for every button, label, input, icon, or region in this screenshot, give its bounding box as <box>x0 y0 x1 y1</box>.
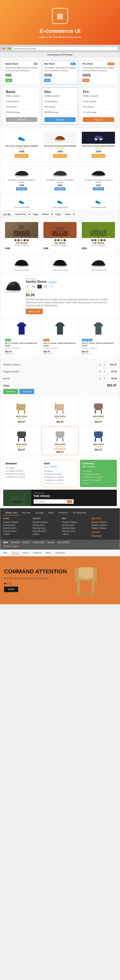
mega-men-link-2[interactable]: Driving shoes <box>62 523 87 527</box>
cta-dot-1[interactable] <box>4 583 6 584</box>
cart-item-2-increase-button[interactable]: + <box>102 369 107 374</box>
swatch-gold[interactable] <box>21 239 23 241</box>
sort-select[interactable]: Lowest Price Highest Price Newest <box>13 212 31 216</box>
featured-product-1-buy-button[interactable]: BUY NOW <box>15 154 29 158</box>
swatch-brown-3[interactable] <box>91 239 94 241</box>
browser-url-bar[interactable]: ecommerce-ui-preview <box>12 46 117 51</box>
product-detail-info: THE CROSS Samba Shoes Compare 5 5.5 6 6.… <box>26 278 117 314</box>
dark-banner-search-input[interactable] <box>39 501 67 503</box>
cart-item-1-increase-button[interactable]: + <box>102 362 107 367</box>
swatch-red-3[interactable] <box>103 239 106 241</box>
bottom-nav-features[interactable]: FEATURES <box>33 541 45 544</box>
hero-title: E-commerce UI <box>4 28 116 34</box>
apparel-2: SALE Born in Clouds, Ontario attended an… <box>42 319 78 356</box>
mega-home-link-2[interactable]: Driving shoes <box>3 523 29 527</box>
plan-pro-signup-button[interactable]: Sign Up <box>83 117 114 122</box>
mega-related-link-1[interactable]: Pampers Diapers <box>91 521 117 523</box>
mega-women-link-2[interactable]: Driving shoes <box>33 523 58 527</box>
mega-men-link-3[interactable]: Dancing shoes <box>62 527 87 530</box>
mega-tab-whats-new[interactable]: What's new <box>3 510 19 515</box>
swatch-dark[interactable] <box>23 239 26 241</box>
cart-item-3-decrease-button[interactable]: − <box>93 376 97 381</box>
cta-dot-2[interactable] <box>6 583 8 584</box>
plan-basic-signup-button[interactable]: Sign Up <box>6 117 37 122</box>
size-6-5-button[interactable]: 6.5 <box>43 285 49 288</box>
gender-nav-music[interactable]: Music <box>23 552 29 554</box>
size-6-button[interactable]: 6 <box>37 285 42 288</box>
mega-home-link-5[interactable]: Loafers <box>3 533 29 536</box>
color-select[interactable]: Brown Black White <box>63 212 75 216</box>
swatch-dark-3[interactable] <box>100 239 102 241</box>
pack-pro-add-button[interactable]: Add <box>82 79 89 82</box>
cta-shop-button[interactable]: SHOP <box>4 587 18 592</box>
mega-tab-all-categories[interactable]: All Categories <box>70 510 89 515</box>
swatch-gold-2[interactable] <box>61 239 63 241</box>
checkout-alt-button[interactable]: Checkout <box>19 389 34 394</box>
shoe-3-button[interactable]: Add More <box>93 187 104 191</box>
featured-product-1-price: 230$ <box>5 150 38 153</box>
mega-related-link-2[interactable]: Pampers Diapers <box>91 523 117 527</box>
size-5-button[interactable]: 5 <box>26 285 30 288</box>
mega-men-link-1[interactable]: Pampers Diapers <box>62 521 87 523</box>
bottom-nav-men[interactable]: MEN <box>3 541 8 544</box>
gender-nav-features[interactable]: Features <box>33 552 42 554</box>
total-select[interactable]: Medium Small Large <box>40 212 54 216</box>
mega-tab-blogs[interactable]: Blogs <box>46 510 56 515</box>
bottom-nav-music[interactable]: MUSIC <box>23 541 30 544</box>
mega-col-women: WOMEN Pampers Diapers Driving shoes Danc… <box>33 517 58 538</box>
shoe-1-button[interactable]: Add More <box>16 187 27 191</box>
checkout-button[interactable]: Checkout <box>3 389 18 394</box>
plan-dev-signup-button[interactable]: Sign Up <box>45 117 76 122</box>
mega-related-link-3[interactable]: Pampers Diapers <box>91 527 117 530</box>
dark-banner-search-button[interactable]: → <box>67 500 72 503</box>
mega-home-link-4[interactable]: Dancing shoes <box>3 530 29 533</box>
bottom-nav-news[interactable]: NEWS <box>47 541 54 544</box>
product-compare-link[interactable]: Compare <box>49 281 57 283</box>
bottom-nav-women[interactable]: WOMEN <box>11 541 19 544</box>
mega-women-link-1[interactable]: Pampers Diapers <box>33 521 58 523</box>
plan-basic-feature-3: 250 MB storage <box>6 110 37 115</box>
size-5-5-button[interactable]: 5.5 <box>31 285 37 288</box>
mega-women-link-5[interactable]: Loafers <box>33 533 58 536</box>
mega-men-link-5[interactable]: Loafers <box>62 533 87 536</box>
cart-item-2-decrease-button[interactable]: − <box>93 369 97 374</box>
mega-tab-browsers[interactable]: Browsers <box>56 510 70 515</box>
bottom-nav-sub-link[interactable]: Pampers Diapers <box>3 545 117 548</box>
swatch-gold-3[interactable] <box>97 239 99 241</box>
apparel-3-image <box>82 321 115 337</box>
cart-item-3-increase-button[interactable]: + <box>102 376 107 381</box>
add-to-cart-button[interactable]: Add to Cart <box>26 309 43 314</box>
gender-nav-usa-store[interactable]: USA Store <box>55 552 65 554</box>
swatch-brown-2[interactable] <box>54 239 57 241</box>
mega-women-link-3[interactable]: Dancing shoes <box>33 527 58 530</box>
shoe-2-button[interactable]: Add More <box>54 187 66 191</box>
mega-women-link-4[interactable]: Dancing shoes <box>33 530 58 533</box>
featured-product-2-buy-button[interactable]: BUY NOW <box>53 154 67 158</box>
swatch-teal-3[interactable] <box>94 239 97 241</box>
close-dot[interactable] <box>3 48 5 49</box>
mega-orange-link-1[interactable]: Exportation <box>91 535 117 538</box>
swatch-red[interactable] <box>26 239 29 241</box>
featured-product-3-buy-button[interactable]: BUY NOW <box>91 154 105 158</box>
cta-dot-3[interactable] <box>9 583 11 584</box>
gender-nav-women[interactable]: Women <box>11 551 19 554</box>
gender-nav-men[interactable]: Men <box>3 552 7 554</box>
swatch-teal[interactable] <box>18 239 20 241</box>
mega-tab-earrings[interactable]: Earrings <box>33 510 46 515</box>
cart-item-1-decrease-button[interactable]: − <box>93 362 97 367</box>
size-7-button[interactable]: 7 <box>50 285 54 288</box>
pack-basic-add-button[interactable]: Add <box>5 79 12 82</box>
mega-men-link-4[interactable]: Dancing shoes <box>62 530 87 533</box>
bottom-nav-usa-store[interactable]: USA STORE <box>57 541 70 544</box>
mega-home-link-1[interactable]: Pampers Diapers <box>3 521 29 523</box>
maximize-dot[interactable] <box>9 48 11 49</box>
svg-rect-47 <box>77 592 94 594</box>
swatch-dark-2[interactable] <box>63 239 66 241</box>
pack-dev-add-button[interactable]: Add <box>44 79 51 82</box>
swatch-teal-2[interactable] <box>58 239 60 241</box>
mega-tab-top-wear[interactable]: Top wear <box>19 510 33 515</box>
gender-nav-news[interactable]: News <box>45 552 51 554</box>
swatch-brown[interactable] <box>14 239 17 241</box>
mega-home-link-3[interactable]: Dancing shoes <box>3 527 29 530</box>
minimize-dot[interactable] <box>6 48 8 49</box>
